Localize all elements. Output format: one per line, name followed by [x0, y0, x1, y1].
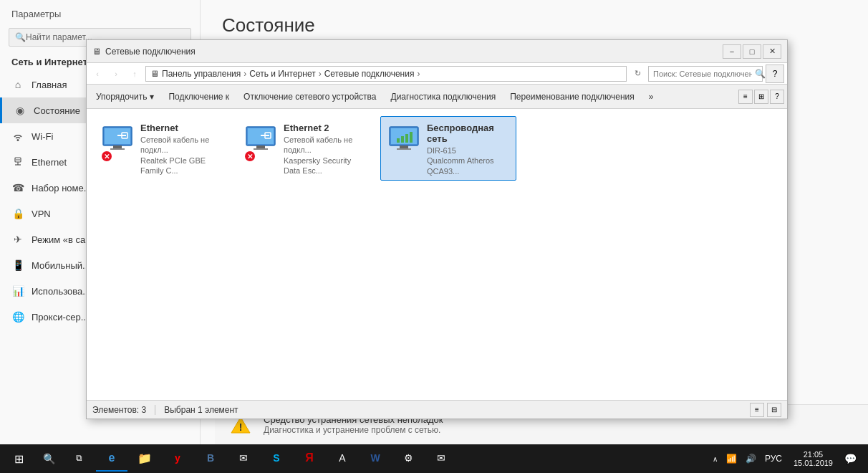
settings-title: Параметры — [0, 0, 200, 25]
path-part-1: Панель управления — [162, 69, 241, 79]
tray-lang-label: РУС — [765, 454, 782, 464]
ethernet1-desc1: Сетевой кабель не подкл... — [140, 135, 223, 156]
taskbar-app-settings[interactable]: ⚙ — [392, 446, 424, 472]
disconnect-button[interactable]: Отключение сетевого устройства — [237, 87, 382, 106]
wireless-info: Беспроводная сеть DIR-615 Qualcomm Ather… — [427, 123, 510, 176]
taskbar-tray: ∧ 📶 🔊 РУС 21:05 15.01.2019 💬 — [704, 446, 865, 472]
taskbar-app-explorer[interactable]: 📁 — [129, 446, 160, 472]
taskbar-app-skype[interactable]: S — [261, 446, 292, 472]
taskbar-app-yandex[interactable]: y — [162, 446, 193, 472]
diagnose-button[interactable]: Диагностика подключения — [385, 87, 503, 106]
address-bar: ‹ › ↑ 🖥 Панель управления › Сеть и Интер… — [87, 63, 787, 85]
home-icon: ⌂ — [11, 78, 24, 91]
sidebar-item-label: Режим «в са... — [32, 234, 93, 245]
svg-rect-23 — [401, 136, 404, 143]
taskbar-app-word[interactable]: W — [360, 446, 391, 472]
taskbar: ⊞ 🔍 ⧉ e 📁 y В ✉ S Я A W ⚙ ✉ ∧ 📶 🔊 РУС 21… — [0, 444, 868, 473]
vpn-icon: 🔒 — [11, 207, 24, 220]
more-button[interactable]: » — [642, 87, 660, 106]
dialog-icon: 🖥 — [92, 47, 101, 57]
tray-language[interactable]: РУС — [762, 446, 785, 472]
nav-forward-button[interactable]: › — [108, 66, 124, 82]
search-box[interactable]: 🔍 — [648, 66, 763, 82]
mobile-icon: 📱 — [11, 259, 24, 272]
search-placeholder: Найти парамет... — [26, 32, 92, 42]
more-label: » — [649, 92, 654, 102]
taskbar-app-outlook[interactable]: ✉ — [425, 446, 457, 472]
svg-rect-14 — [256, 145, 265, 148]
ethernet2-desc2: Kaspersky Security Data Esc... — [284, 156, 367, 176]
taskbar-search-button[interactable]: 🔍 — [36, 446, 62, 472]
path-sep-2: › — [319, 69, 322, 79]
address-path[interactable]: 🖥 Панель управления › Сеть и Интернет › … — [145, 66, 627, 82]
minimize-button[interactable]: − — [723, 44, 741, 59]
status-icon: ◉ — [14, 104, 26, 117]
wireless-icon — [387, 123, 421, 157]
help-toolbar-button[interactable]: ? — [770, 90, 784, 104]
taskbar-app-mail[interactable]: ✉ — [228, 446, 259, 472]
svg-rect-8 — [113, 145, 122, 148]
svg-rect-24 — [405, 134, 408, 143]
rename-label: Переименование подключения — [510, 92, 635, 102]
search-input[interactable] — [653, 70, 752, 78]
ethernet2-name: Ethernet 2 — [284, 123, 367, 133]
wifi-icon — [11, 130, 24, 143]
path-icon: 🖥 — [150, 69, 159, 79]
path-sep-1: › — [243, 69, 246, 79]
connection-inner: Ethernet Сетевой кабель не подкл... Real… — [100, 123, 223, 176]
diagnose-label: Диагностика подключения — [391, 92, 496, 102]
organize-chevron: ▾ — [150, 92, 154, 102]
network-connections-dialog: 🖥 Сетевые подключения − □ ✕ ‹ › ↑ 🖥 Пане… — [86, 39, 788, 419]
path-part-2: Сеть и Интернет — [249, 69, 315, 79]
help-button[interactable]: ? — [766, 64, 784, 83]
sidebar-item-label: VPN — [32, 209, 51, 219]
maximize-button[interactable]: □ — [743, 44, 761, 59]
connection-wireless[interactable]: Беспроводная сеть DIR-615 Qualcomm Ather… — [380, 116, 516, 181]
nav-up-button[interactable]: ↑ — [127, 66, 143, 82]
refresh-button[interactable]: ↻ — [630, 66, 645, 82]
view-list-button[interactable]: ≡ — [750, 403, 764, 417]
taskbar-app-edge[interactable]: e — [96, 446, 127, 472]
svg-text:!: ! — [239, 421, 243, 433]
wireless-desc2: Qualcomm Atheros QCA93... — [427, 156, 510, 176]
connection-ethernet1[interactable]: Ethernet Сетевой кабель не подкл... Real… — [94, 116, 230, 181]
rename-button[interactable]: Переименование подключения — [503, 87, 641, 106]
sidebar-item-label: Использова... — [32, 286, 90, 297]
tray-network[interactable]: 📶 — [723, 446, 740, 472]
tray-volume[interactable]: 🔊 — [743, 446, 759, 472]
organize-button[interactable]: Упорядочить ▾ — [90, 87, 160, 106]
sidebar-item-label: Главная — [32, 80, 67, 90]
taskbar-app-store[interactable]: A — [327, 446, 358, 472]
taskbar-app-vk[interactable]: В — [195, 446, 226, 472]
dialog-statusbar: Элементов: 3 Выбран 1 элемент ≡ ⊟ — [87, 400, 787, 419]
tray-clock[interactable]: 21:05 15.01.2019 — [788, 446, 839, 472]
taskbar-app-yandex2[interactable]: Я — [294, 446, 325, 472]
start-button[interactable]: ⊞ — [3, 446, 34, 472]
close-button[interactable]: ✕ — [763, 44, 781, 59]
connect-label: Подключение к — [168, 92, 229, 102]
view-detail-button[interactable]: ⊟ — [767, 403, 781, 417]
statusbar-right: ≡ ⊟ — [750, 403, 781, 417]
nav-back-button[interactable]: ‹ — [90, 66, 105, 82]
ethernet2-desc1: Сетевой кабель не подкл... — [284, 135, 367, 156]
search-icon: 🔍 — [15, 32, 26, 42]
connection-inner: Беспроводная сеть DIR-615 Qualcomm Ather… — [387, 123, 510, 176]
view-details-button[interactable]: ≡ — [738, 90, 753, 104]
page-title: Состояние — [222, 14, 847, 37]
svg-rect-20 — [400, 145, 408, 148]
svg-rect-22 — [397, 138, 400, 143]
connect-button[interactable]: Подключение к — [162, 87, 236, 106]
tray-chevron[interactable]: ∧ — [710, 446, 720, 472]
view-icons-button[interactable]: ⊞ — [754, 90, 768, 104]
svg-rect-9 — [110, 148, 125, 150]
troubleshoot-subtitle: Диагностика и устранение проблем с сетью… — [264, 425, 443, 435]
dialog-title: 🖥 Сетевые подключения — [92, 47, 196, 57]
tray-notification[interactable]: 💬 — [842, 446, 859, 472]
taskbar-app-task-view[interactable]: ⧉ — [63, 446, 95, 472]
dialog-toolbar: Упорядочить ▾ Подключение к Отключение с… — [87, 85, 787, 109]
connection-ethernet2[interactable]: Ethernet 2 Сетевой кабель не подкл... Ka… — [237, 116, 373, 181]
status-separator — [155, 405, 155, 415]
dialog-title-text: Сетевые подключения — [105, 47, 196, 57]
ethernet1-name: Ethernet — [140, 123, 223, 133]
sidebar-item-label: Wi-Fi — [32, 131, 53, 142]
